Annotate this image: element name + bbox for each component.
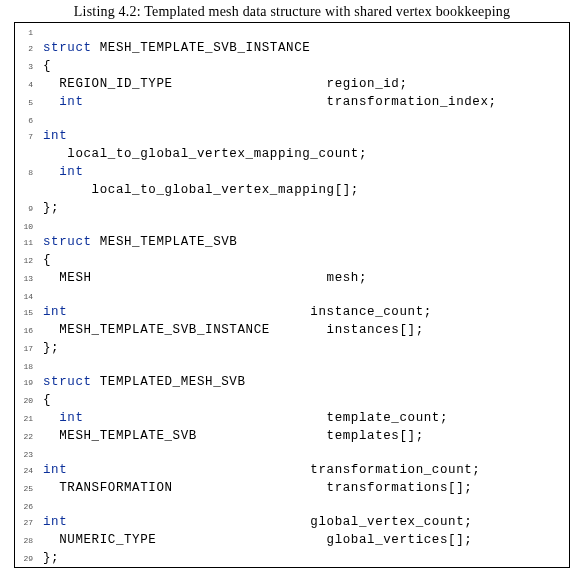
code-content: REGION_ID_TYPE region_id; [37,75,569,93]
code-line: 17}; [15,339,569,357]
code-line: 29}; [15,549,569,567]
line-number: 26 [15,497,37,513]
keyword: int [43,305,67,319]
code-line: 15int instance_count; [15,303,569,321]
code-line: 19struct TEMPLATED_MESH_SVB [15,373,569,391]
code-line: 9}; [15,199,569,217]
code-content: }; [37,339,569,357]
keyword: struct [43,375,92,389]
code-content: { [37,57,569,75]
code-content: int global_vertex_count; [37,513,569,531]
line-number: 28 [15,531,37,547]
code-line: 2struct MESH_TEMPLATE_SVB_INSTANCE [15,39,569,57]
code-text: NUMERIC_TYPE global_vertices[]; [43,533,472,547]
code-text: MESH mesh; [43,271,367,285]
code-text: transformation_count; [67,463,480,477]
code-line: 3{ [15,57,569,75]
code-line: 8 int local_to_global_vertex_mapping[]; [15,163,569,199]
line-number: 15 [15,303,37,319]
keyword: int [43,129,67,143]
code-content: struct TEMPLATED_MESH_SVB [37,373,569,391]
keyword: int [43,165,84,179]
code-line: 12{ [15,251,569,269]
line-number: 1 [15,23,37,39]
code-text: MESH_TEMPLATE_SVB_INSTANCE instances[]; [43,323,424,337]
code-line: 14 [15,287,569,303]
line-number: 24 [15,461,37,477]
line-number: 8 [15,163,37,179]
code-line: 7int local_to_global_vertex_mapping_coun… [15,127,569,163]
code-line: 16 MESH_TEMPLATE_SVB_INSTANCE instances[… [15,321,569,339]
line-number: 22 [15,427,37,443]
code-text: { [43,393,51,407]
line-number: 10 [15,217,37,233]
keyword: int [43,95,84,109]
code-line: 4 REGION_ID_TYPE region_id; [15,75,569,93]
code-line: 13 MESH mesh; [15,269,569,287]
line-number: 3 [15,57,37,73]
code-line: 28 NUMERIC_TYPE global_vertices[]; [15,531,569,549]
code-text: transformation_index; [84,95,497,109]
code-content: MESH_TEMPLATE_SVB templates[]; [37,427,569,445]
line-number: 17 [15,339,37,355]
code-content: TRANSFORMATION transformations[]; [37,479,569,497]
code-line: 10 [15,217,569,233]
code-content: { [37,391,569,409]
code-content: int template_count; [37,409,569,427]
line-number: 4 [15,75,37,91]
line-number: 27 [15,513,37,529]
code-content: NUMERIC_TYPE global_vertices[]; [37,531,569,549]
code-content: }; [37,549,569,567]
line-number: 12 [15,251,37,267]
code-line: 1 [15,23,569,39]
code-content: MESH_TEMPLATE_SVB_INSTANCE instances[]; [37,321,569,339]
code-text: TEMPLATED_MESH_SVB [92,375,246,389]
line-number: 2 [15,39,37,55]
code-line: 22 MESH_TEMPLATE_SVB templates[]; [15,427,569,445]
line-number: 6 [15,111,37,127]
line-number: 19 [15,373,37,389]
line-number: 13 [15,269,37,285]
line-number: 7 [15,127,37,143]
code-line: 23 [15,445,569,461]
code-text: global_vertex_count; [67,515,472,529]
line-number: 9 [15,199,37,215]
line-number: 18 [15,357,37,373]
keyword: struct [43,235,92,249]
keyword: int [43,515,67,529]
code-line: 24int transformation_count; [15,461,569,479]
code-content: int local_to_global_vertex_mapping_count… [37,127,569,163]
code-text: local_to_global_vertex_mapping_count; [43,147,367,161]
code-text: TRANSFORMATION transformations[]; [43,481,472,495]
code-line: 18 [15,357,569,373]
code-line: 5 int transformation_index; [15,93,569,111]
code-content: int instance_count; [37,303,569,321]
code-line: 25 TRANSFORMATION transformations[]; [15,479,569,497]
code-text: REGION_ID_TYPE region_id; [43,77,408,91]
line-number: 11 [15,233,37,249]
code-content: int transformation_count; [37,461,569,479]
line-number: 14 [15,287,37,303]
code-content: struct MESH_TEMPLATE_SVB_INSTANCE [37,39,569,57]
code-text: MESH_TEMPLATE_SVB templates[]; [43,429,424,443]
listing-caption: Listing 4.2: Templated mesh data structu… [0,0,584,22]
code-text: }; [43,341,59,355]
code-line: 6 [15,111,569,127]
code-text: { [43,59,51,73]
code-content: int local_to_global_vertex_mapping[]; [37,163,569,199]
line-number: 20 [15,391,37,407]
line-number: 16 [15,321,37,337]
code-text: instance_count; [67,305,432,319]
code-line: 21 int template_count; [15,409,569,427]
keyword: struct [43,41,92,55]
line-number: 23 [15,445,37,461]
code-line: 20{ [15,391,569,409]
line-number: 21 [15,409,37,425]
code-text: MESH_TEMPLATE_SVB [92,235,238,249]
code-content: struct MESH_TEMPLATE_SVB [37,233,569,251]
code-content: MESH mesh; [37,269,569,287]
code-line: 26 [15,497,569,513]
keyword: int [43,411,84,425]
code-text: { [43,253,51,267]
code-listing: 12struct MESH_TEMPLATE_SVB_INSTANCE3{4 R… [14,22,570,568]
